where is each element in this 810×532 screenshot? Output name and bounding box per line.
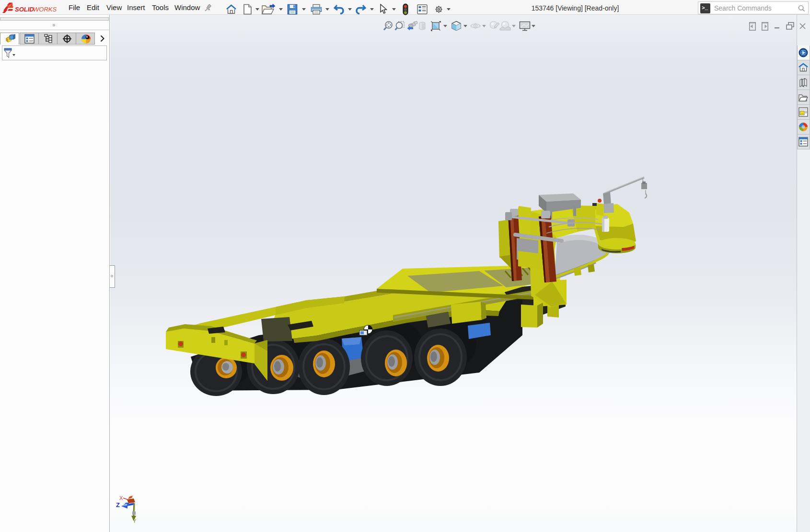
svg-text:SOLID: SOLID (15, 6, 34, 13)
svg-text:X: X (119, 495, 123, 501)
svg-text:WORKS: WORKS (33, 6, 57, 13)
svg-text:Z: Z (116, 501, 120, 509)
